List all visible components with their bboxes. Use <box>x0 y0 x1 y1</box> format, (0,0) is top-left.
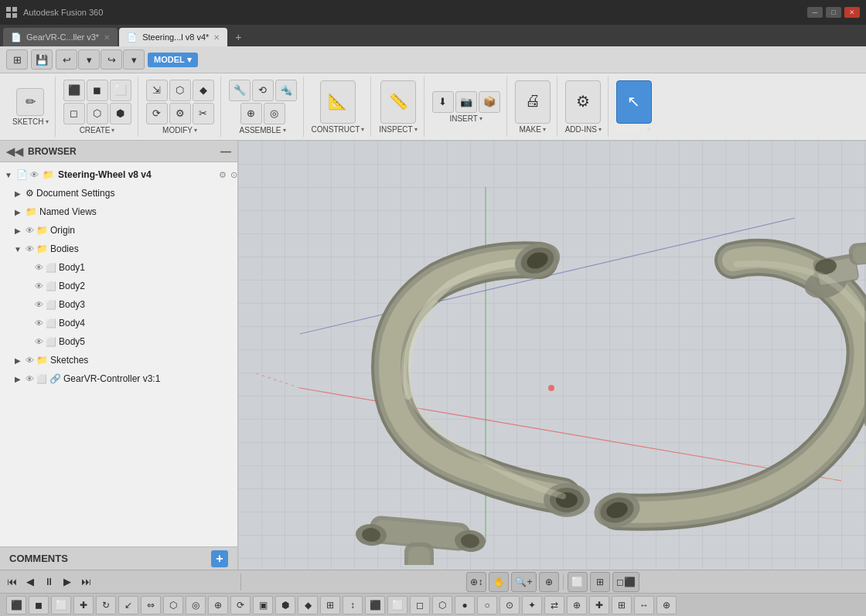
strip-icon-9[interactable]: ◎ <box>186 596 206 614</box>
eye-body2[interactable]: 👁 <box>35 281 43 291</box>
strip-icon-14[interactable]: ◆ <box>298 596 318 614</box>
addins-main-button[interactable]: ⚙ <box>565 80 601 124</box>
strip-icon-11[interactable]: ⟳ <box>230 596 251 614</box>
zoom-fit-button[interactable]: ⊕ <box>539 572 559 592</box>
modify-btn5[interactable]: ⚙ <box>169 103 191 124</box>
redo-dropdown[interactable]: ▾ <box>123 49 145 70</box>
tree-item-sketches[interactable]: ▶ 👁 📁 Sketches <box>0 351 237 369</box>
inspect-main-button[interactable]: 📏 <box>380 80 416 124</box>
tab-gearvr-close[interactable]: ✕ <box>104 33 110 42</box>
tree-item-body4[interactable]: 👁 ⬜ Body4 <box>0 314 237 332</box>
strip-icon-5[interactable]: ↻ <box>96 596 116 614</box>
settings-root[interactable]: ⊙ <box>230 170 237 180</box>
strip-icon-20[interactable]: ⬡ <box>432 596 452 614</box>
strip-icon-23[interactable]: ⊙ <box>499 596 520 614</box>
tab-gearvr[interactable]: 📄 GearVR-C...ller v3* ✕ <box>3 28 118 46</box>
strip-icon-1[interactable]: ⬛ <box>6 596 26 614</box>
modify-btn1[interactable]: ⇲ <box>146 80 168 101</box>
select-main-button[interactable]: ↖ <box>616 80 652 124</box>
tab-add-button[interactable]: + <box>229 28 247 46</box>
undo-dropdown[interactable]: ▾ <box>78 49 100 70</box>
navigate-button[interactable]: ⊕↕ <box>466 572 486 592</box>
strip-icon-27[interactable]: ✚ <box>589 596 609 614</box>
strip-icon-7[interactable]: ⇔ <box>141 596 161 614</box>
assemble-btn3[interactable]: 🔩 <box>275 80 297 101</box>
close-button[interactable]: ✕ <box>844 7 860 18</box>
create-btn4[interactable]: ◻ <box>63 103 85 124</box>
grid-toggle-button[interactable]: ⊞ <box>590 572 610 592</box>
create-btn3[interactable]: ⬜ <box>110 80 131 101</box>
eye-root[interactable]: 👁 <box>30 170 39 179</box>
create-btn2[interactable]: ◼ <box>87 80 108 101</box>
insert-btn3[interactable]: 📦 <box>479 91 500 113</box>
save-button[interactable]: 💾 <box>31 49 53 70</box>
browser-minimize-button[interactable]: — <box>220 145 231 158</box>
inspect-dropdown-arrow[interactable]: ▾ <box>414 126 418 133</box>
viewport[interactable] <box>238 141 866 570</box>
modify-btn3[interactable]: ◆ <box>193 80 214 101</box>
comments-add-button[interactable]: + <box>211 550 228 567</box>
strip-icon-12[interactable]: ▣ <box>253 596 273 614</box>
assemble-btn5[interactable]: ◎ <box>264 103 285 124</box>
strip-icon-26[interactable]: ⊕ <box>567 596 587 614</box>
play-last-button[interactable]: ⏭ <box>77 573 94 590</box>
select-dropdown-arrow[interactable]: ▾ <box>648 126 651 133</box>
tab-steering[interactable]: 📄 Steering...l v8 v4* ✕ <box>119 28 227 46</box>
eye-body3[interactable]: 👁 <box>35 300 43 309</box>
strip-icon-3[interactable]: ⬜ <box>51 596 71 614</box>
make-dropdown-arrow[interactable]: ▾ <box>543 126 546 133</box>
perspective-button[interactable]: ◻⬛ <box>612 572 639 592</box>
strip-icon-8[interactable]: ⬡ <box>163 596 183 614</box>
strip-icon-6[interactable]: ↙ <box>118 596 138 614</box>
tree-item-body5[interactable]: 👁 ⬜ Body5 <box>0 332 237 351</box>
eye-gearvr[interactable]: 👁 <box>26 374 34 383</box>
zoom-in-button[interactable]: 🔍+ <box>511 572 536 592</box>
insert-btn2[interactable]: 📷 <box>455 91 477 113</box>
strip-icon-17[interactable]: ⬛ <box>365 596 385 614</box>
strip-icon-25[interactable]: ⇄ <box>544 596 564 614</box>
strip-icon-28[interactable]: ⊞ <box>612 596 632 614</box>
play-pause-button[interactable]: ⏸ <box>40 573 57 590</box>
construct-main-button[interactable]: 📐 <box>320 80 356 124</box>
create-btn5[interactable]: ⬡ <box>87 103 108 124</box>
eye-body4[interactable]: 👁 <box>35 318 43 328</box>
create-btn1[interactable]: ⬛ <box>63 80 85 101</box>
grid-icon[interactable]: ⊞ <box>6 49 28 70</box>
create-btn6[interactable]: ⬢ <box>110 103 131 124</box>
strip-icon-18[interactable]: ⬜ <box>387 596 407 614</box>
assemble-btn4[interactable]: ⊕ <box>240 103 262 124</box>
strip-icon-21[interactable]: ● <box>455 596 475 614</box>
strip-icon-30[interactable]: ⊕ <box>656 596 677 614</box>
tree-item-namedviews[interactable]: ▶ 📁 Named Views <box>0 202 237 221</box>
strip-icon-29[interactable]: ↔ <box>634 596 654 614</box>
sketch-button[interactable]: ✏ <box>16 88 44 116</box>
eye-sketches[interactable]: 👁 <box>26 356 34 365</box>
tree-item-bodies[interactable]: ▼ 👁 📁 Bodies <box>0 240 237 258</box>
maximize-button[interactable]: □ <box>826 7 841 18</box>
redo-button[interactable]: ↪ <box>101 49 122 70</box>
construct-dropdown-arrow[interactable]: ▾ <box>361 126 364 133</box>
gear-root[interactable]: ⚙ <box>219 170 227 180</box>
insert-dropdown-arrow[interactable]: ▾ <box>479 115 482 122</box>
strip-icon-19[interactable]: ◻ <box>410 596 430 614</box>
modify-dropdown-arrow[interactable]: ▾ <box>194 127 197 134</box>
model-badge[interactable]: MODEL ▾ <box>148 53 198 67</box>
tree-item-origin[interactable]: ▶ 👁 📁 Origin <box>0 221 237 240</box>
addins-dropdown-arrow[interactable]: ▾ <box>598 126 602 133</box>
insert-btn1[interactable]: ⬇ <box>432 91 454 113</box>
sketch-dropdown-arrow[interactable]: ▾ <box>46 118 49 125</box>
play-next-button[interactable]: ▶ <box>59 573 76 590</box>
strip-icon-16[interactable]: ↕ <box>343 596 363 614</box>
tree-item-body1[interactable]: 👁 ⬜ Body1 <box>0 258 237 277</box>
display-mode-button[interactable]: ⬜ <box>568 572 588 592</box>
modify-btn6[interactable]: ✂ <box>193 103 214 124</box>
tree-item-body3[interactable]: 👁 ⬜ Body3 <box>0 295 237 314</box>
minimize-button[interactable]: ─ <box>807 7 823 18</box>
tree-item-gearvr[interactable]: ▶ 👁 ⬜ 🔗 GearVR-Controller v3:1 <box>0 369 237 388</box>
create-dropdown-arrow[interactable]: ▾ <box>111 127 114 134</box>
tree-item-docsettings[interactable]: ▶ ⚙ Document Settings <box>0 184 237 202</box>
modify-btn4[interactable]: ⟳ <box>146 103 168 124</box>
play-prev-button[interactable]: ◀ <box>22 573 39 590</box>
make-main-button[interactable]: 🖨 <box>515 80 551 124</box>
strip-icon-24[interactable]: ✦ <box>522 596 542 614</box>
